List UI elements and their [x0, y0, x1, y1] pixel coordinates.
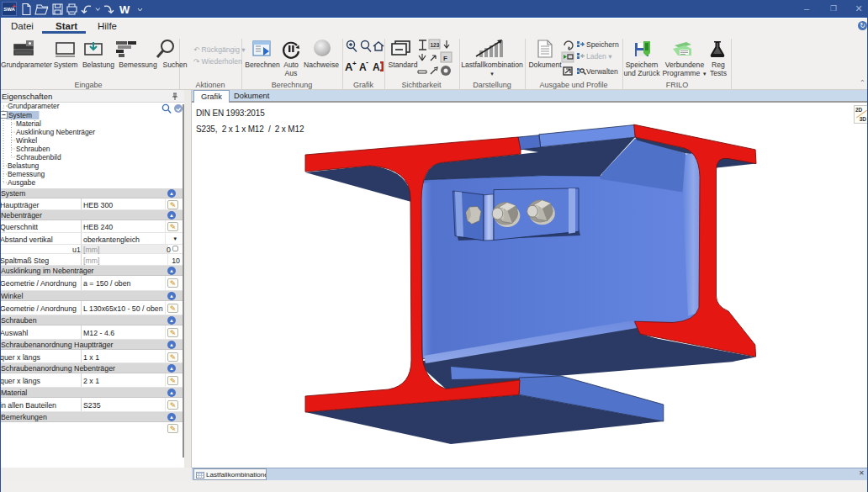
svg-text:-: -	[366, 58, 368, 66]
svg-text:123: 123	[431, 42, 440, 48]
svg-text:A: A	[373, 61, 380, 73]
svg-text:W: W	[119, 3, 130, 16]
svg-text:+: +	[352, 60, 357, 67]
svg-text:F: F	[443, 55, 447, 62]
